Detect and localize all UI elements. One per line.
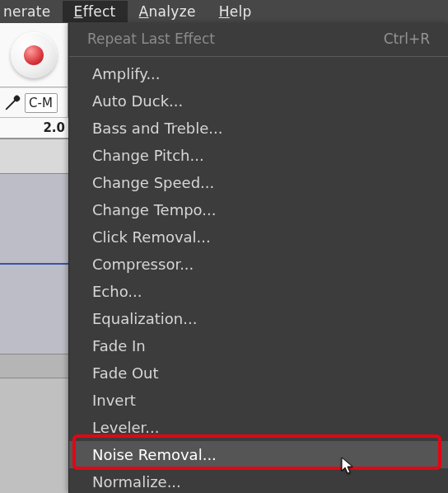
menu-separator xyxy=(69,56,448,57)
left-column: C-M 2.0 xyxy=(0,23,68,493)
record-icon xyxy=(24,45,44,65)
menu-item-label: Fade In xyxy=(92,337,146,354)
recording-device-select[interactable]: C-M xyxy=(25,93,58,113)
menu-item-label: Auto Duck... xyxy=(92,92,183,110)
menu-item-repeat-last-effect[interactable]: Repeat Last Effect Ctrl+R xyxy=(69,23,448,54)
menu-item-label: Invert xyxy=(92,392,136,409)
track-footer xyxy=(0,354,68,378)
effect-menu-dropdown: Repeat Last Effect Ctrl+R Amplify...Auto… xyxy=(68,23,448,493)
menuitem-help[interactable]: Help xyxy=(208,1,264,22)
transport-panel xyxy=(0,23,68,87)
menuitem-mnemonic: H xyxy=(219,3,230,20)
effect-menu-list: Amplify...Auto Duck...Bass and Treble...… xyxy=(69,60,448,493)
menuitem-generate-partial[interactable]: nerate xyxy=(3,1,63,22)
empty-track-area xyxy=(0,378,68,493)
time-ruler: 2.0 xyxy=(0,117,68,139)
menu-item-leveler[interactable]: Leveler... xyxy=(69,414,448,441)
menu-item-label: Click Removal... xyxy=(92,228,211,246)
menu-item-fade-out[interactable]: Fade Out xyxy=(69,359,448,387)
ruler-value: 2.0 xyxy=(43,120,65,135)
menu-item-label: Leveler... xyxy=(92,419,160,436)
menu-item-click-removal[interactable]: Click Removal... xyxy=(69,223,448,251)
track-area xyxy=(0,139,68,493)
menu-item-label: Equalization... xyxy=(92,310,197,327)
waveform-line xyxy=(0,263,68,265)
recording-device-value: C-M xyxy=(29,96,53,110)
menu-item-label: Fade Out xyxy=(92,364,159,382)
track-waveform[interactable] xyxy=(0,174,68,354)
menuitem-label: nerate xyxy=(3,3,51,20)
menu-item-label: Noise Removal... xyxy=(92,446,217,463)
menu-item-label: Compressor... xyxy=(92,256,194,273)
menu-item-amplify[interactable]: Amplify... xyxy=(69,60,448,87)
menu-item-change-speed[interactable]: Change Speed... xyxy=(69,169,448,196)
menu-item-fade-in[interactable]: Fade In xyxy=(69,332,448,359)
menu-item-equalization[interactable]: Equalization... xyxy=(69,305,448,332)
menu-item-invert[interactable]: Invert xyxy=(69,387,448,414)
menu-item-label: Repeat Last Effect xyxy=(87,31,215,47)
menu-item-bass-and-treble[interactable]: Bass and Treble... xyxy=(69,115,448,142)
menuitem-effect[interactable]: Effect xyxy=(63,1,128,22)
menuitem-label: ffect xyxy=(83,3,116,20)
menu-item-noise-removal[interactable]: Noise Removal... xyxy=(69,441,448,468)
menu-item-label: Bass and Treble... xyxy=(92,120,223,137)
menu-item-label: Change Tempo... xyxy=(92,201,216,218)
menu-item-echo[interactable]: Echo... xyxy=(69,278,448,305)
menu-item-normalize[interactable]: Normalize... xyxy=(69,468,448,493)
device-toolbar: C-M xyxy=(0,87,68,117)
menu-item-change-tempo[interactable]: Change Tempo... xyxy=(69,196,448,223)
menu-item-label: Change Speed... xyxy=(92,174,214,191)
record-button[interactable] xyxy=(11,32,57,78)
track-label[interactable] xyxy=(0,139,68,174)
menu-item-label: Amplify... xyxy=(92,65,161,82)
menuitem-label: nalyze xyxy=(149,3,196,20)
menu-item-change-pitch[interactable]: Change Pitch... xyxy=(69,142,448,169)
microphone-icon xyxy=(3,94,21,112)
menuitem-mnemonic: A xyxy=(139,3,149,20)
menu-item-compressor[interactable]: Compressor... xyxy=(69,251,448,278)
menuitem-mnemonic: E xyxy=(74,3,83,20)
menu-item-auto-duck[interactable]: Auto Duck... xyxy=(69,87,448,115)
menuitem-analyze[interactable]: Analyze xyxy=(128,1,208,22)
menuitem-label: elp xyxy=(230,3,252,20)
menu-item-label: Change Pitch... xyxy=(92,147,204,164)
menu-item-label: Echo... xyxy=(92,283,142,300)
menu-item-label: Normalize... xyxy=(92,473,181,491)
menubar: nerate Effect Analyze Help xyxy=(0,0,448,23)
menu-item-shortcut: Ctrl+R xyxy=(384,31,430,47)
